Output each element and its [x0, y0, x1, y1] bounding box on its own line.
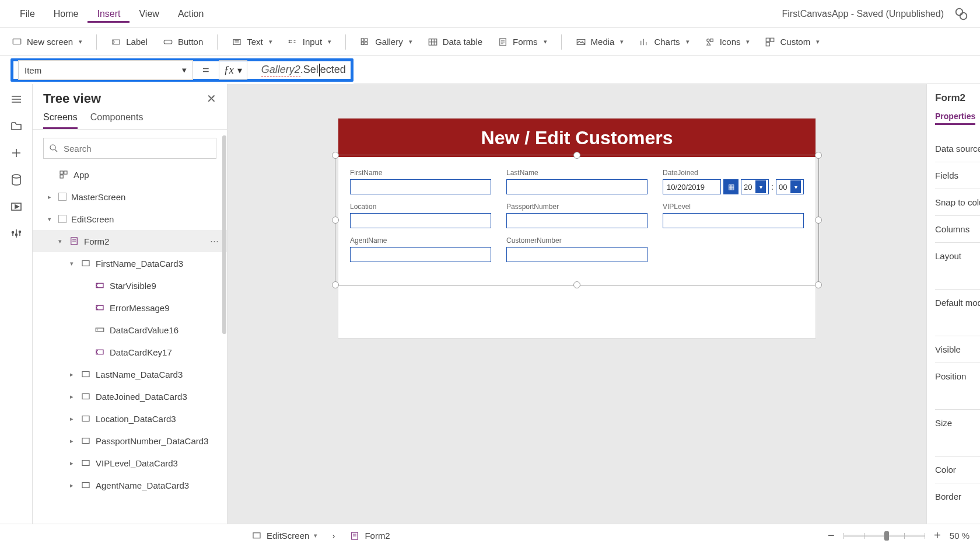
- media-button[interactable]: Media ▾: [575, 34, 625, 50]
- rail-data-icon[interactable]: [9, 173, 23, 187]
- resize-handle[interactable]: [573, 152, 580, 159]
- close-icon[interactable]: ✕: [206, 92, 216, 106]
- zoom-in-button[interactable]: +: [932, 529, 943, 542]
- resize-handle[interactable]: [332, 152, 339, 159]
- form2-control[interactable]: FirstName LastName DateJoined 10/20/2019…: [338, 157, 816, 338]
- charts-button[interactable]: Charts ▾: [638, 34, 690, 50]
- formula-input[interactable]: Gallery2.Selected: [258, 64, 346, 76]
- resize-handle[interactable]: [332, 281, 339, 288]
- resize-handle[interactable]: [815, 217, 822, 224]
- tree-label: Location_DataCard3: [96, 414, 176, 424]
- new-screen-button[interactable]: New screen ▾: [10, 34, 83, 50]
- rail-treeview-icon[interactable]: [9, 119, 23, 133]
- svg-rect-12: [429, 39, 437, 45]
- prop-position[interactable]: Position: [935, 363, 980, 389]
- tree-node-app[interactable]: ▸ App: [33, 163, 227, 186]
- checkbox[interactable]: [58, 215, 66, 223]
- form-icon: [349, 531, 360, 541]
- tree-label: ErrorMessage9: [110, 303, 170, 313]
- tree-node-editscreen[interactable]: ▾ EditScreen: [33, 208, 227, 230]
- more-icon[interactable]: ⋯: [210, 236, 219, 246]
- tree-node-agent-card[interactable]: ▸ AgentName_DataCard3: [33, 474, 227, 496]
- tree-node-datejoined-card[interactable]: ▸ DateJoined_DataCard3: [33, 385, 227, 407]
- checkbox[interactable]: [58, 193, 66, 201]
- tree-node-passport-card[interactable]: ▸ PassportNumber_DataCard3: [33, 430, 227, 452]
- tree-node-errormessage[interactable]: ErrorMessage9: [33, 297, 227, 319]
- datatable-button[interactable]: Data table: [426, 34, 484, 50]
- gallery-button[interactable]: Gallery ▾: [359, 34, 414, 50]
- app-checker-icon[interactable]: [953, 6, 970, 22]
- tab-components[interactable]: Components: [90, 112, 144, 129]
- formula-bar-extend[interactable]: [354, 56, 980, 84]
- breadcrumb-control[interactable]: Form2: [343, 528, 396, 544]
- menu-home[interactable]: Home: [44, 5, 88, 23]
- zoom-thumb[interactable]: [884, 531, 889, 541]
- tree-node-location-card[interactable]: ▸ Location_DataCard3: [33, 407, 227, 430]
- tab-properties[interactable]: Properties: [935, 112, 975, 125]
- breadcrumb-label: Form2: [365, 531, 390, 541]
- button-label: Button: [178, 37, 203, 47]
- card-icon: [80, 480, 91, 490]
- prop-visible[interactable]: Visible: [935, 336, 980, 363]
- tree-node-datacardvalue[interactable]: DataCardValue16: [33, 319, 227, 341]
- resize-handle[interactable]: [815, 281, 822, 288]
- resize-handle[interactable]: [573, 281, 580, 288]
- screen-artboard[interactable]: New / Edit Customers FirstName: [338, 118, 816, 339]
- fx-button[interactable]: ƒx ▾: [219, 60, 247, 80]
- rail-media-icon[interactable]: [9, 200, 23, 214]
- prop-default-mode[interactable]: Default mode: [935, 289, 980, 316]
- resize-handle[interactable]: [815, 152, 822, 159]
- tree-node-masterscreen[interactable]: ▸ MasterScreen: [33, 186, 227, 208]
- tree-label: LastName_DataCard3: [96, 370, 183, 379]
- menu-action[interactable]: Action: [169, 5, 213, 23]
- text-button[interactable]: Text ▾: [230, 34, 274, 50]
- svg-point-22: [12, 232, 13, 234]
- prop-border[interactable]: Border: [935, 483, 980, 510]
- tree-node-form2[interactable]: ▾ Form2 ⋯: [33, 230, 227, 252]
- rail-hamburger-icon[interactable]: [9, 92, 23, 106]
- input-button[interactable]: Input ▾: [286, 34, 332, 50]
- property-selector[interactable]: Item ▾: [18, 60, 193, 80]
- menu-view[interactable]: View: [130, 5, 168, 23]
- prop-fields[interactable]: Fields: [935, 162, 980, 189]
- icons-button[interactable]: Icons ▾: [704, 34, 751, 50]
- prop-size[interactable]: Size: [935, 409, 980, 436]
- tree-node-datacardkey[interactable]: DataCardKey17: [33, 341, 227, 363]
- zoom-control: − + 50 %: [826, 529, 970, 542]
- tree-node-firstname-card[interactable]: ▾ FirstName_DataCard3: [33, 252, 227, 274]
- text-cursor: [319, 64, 320, 76]
- tree-view-panel: Tree view ✕ Screens Components ▸ App ▸ M…: [33, 84, 228, 524]
- custom-button[interactable]: Custom ▾: [764, 34, 821, 50]
- svg-rect-16: [710, 39, 713, 41]
- rail-advanced-icon[interactable]: [9, 227, 23, 241]
- scrollbar-thumb[interactable]: [222, 135, 226, 334]
- zoom-slider[interactable]: [844, 535, 925, 537]
- svg-point-24: [19, 231, 20, 233]
- prop-columns[interactable]: Columns: [935, 215, 980, 242]
- tree-search[interactable]: [43, 138, 216, 159]
- forms-button[interactable]: Forms ▾: [496, 34, 548, 50]
- tree-node-lastname-card[interactable]: ▸ LastName_DataCard3: [33, 363, 227, 385]
- tree-label: AgentName_DataCard3: [96, 480, 189, 490]
- breadcrumb-screen[interactable]: EditScreen ▾: [245, 528, 324, 544]
- menu-insert[interactable]: Insert: [88, 5, 130, 23]
- tree-label: MasterScreen: [71, 192, 125, 202]
- resize-handle[interactable]: [332, 217, 339, 224]
- menu-file[interactable]: File: [10, 5, 44, 23]
- canvas-area[interactable]: New / Edit Customers FirstName: [228, 84, 926, 524]
- rail-insert-icon[interactable]: [9, 146, 23, 160]
- svg-rect-10: [361, 42, 364, 45]
- label-button[interactable]: Label: [110, 34, 149, 50]
- svg-rect-35: [82, 372, 89, 377]
- svg-rect-11: [365, 42, 368, 45]
- tree-node-starvisible[interactable]: StarVisible9: [33, 274, 227, 297]
- prop-color[interactable]: Color: [935, 456, 980, 483]
- prop-snap[interactable]: Snap to columns: [935, 189, 980, 215]
- tab-screens[interactable]: Screens: [43, 112, 78, 129]
- button-button[interactable]: Button: [162, 34, 204, 50]
- zoom-out-button[interactable]: −: [826, 529, 836, 542]
- prop-layout[interactable]: Layout: [935, 242, 980, 269]
- tree-search-input[interactable]: [64, 144, 211, 154]
- tree-node-vip-card[interactable]: ▸ VIPLevel_DataCard3: [33, 452, 227, 474]
- prop-data-source[interactable]: Data source: [935, 135, 980, 162]
